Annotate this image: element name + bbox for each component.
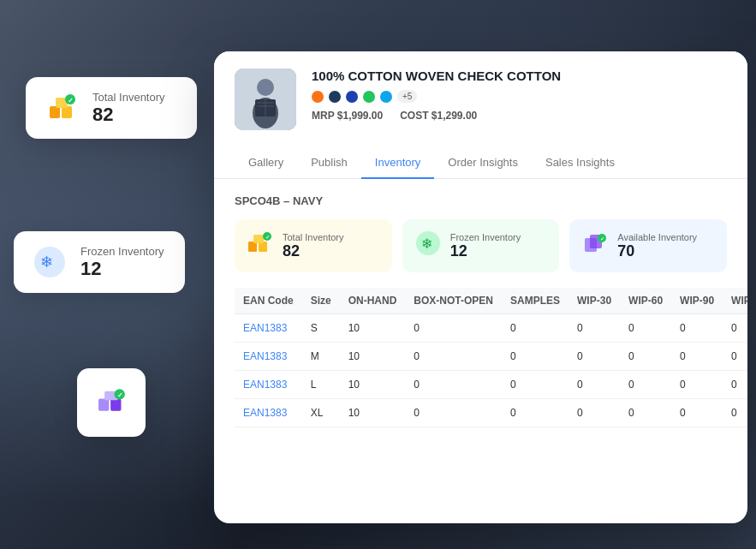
stat-frozen-inventory: ❄ Frozen Inventory 12 — [402, 219, 560, 272]
color-swatches: +5 — [312, 90, 727, 103]
on-hand-cell: 10 — [340, 314, 406, 343]
snowflake-icon: ❄ — [31, 243, 68, 281]
size-cell: M — [302, 343, 340, 371]
col-box-not-open: BOX-NOT-OPEN — [405, 288, 502, 314]
wip60-cell: 0 — [620, 399, 671, 427]
table-row: EAN1383 S 10 0 0 0 0 0 0 0 — [235, 314, 747, 343]
tab-bar: Gallery Publish Inventory Order Insights… — [214, 147, 747, 179]
svg-text:❄: ❄ — [421, 236, 432, 251]
wip90-cell: 0 — [671, 314, 723, 343]
stat-total-inventory: ✓ Total Inventory 82 — [235, 219, 392, 272]
stat-inventory-icon: ✓ — [247, 230, 274, 262]
ean-code-cell[interactable]: EAN1383 — [235, 371, 302, 399]
table-row: EAN1383 L 10 0 0 0 0 0 0 0 — [235, 371, 747, 399]
svg-rect-0 — [50, 106, 60, 118]
col-on-hand: ON-HAND — [340, 288, 406, 314]
svg-text:✓: ✓ — [117, 391, 123, 399]
wip60-cell: 0 — [620, 314, 671, 343]
box-float-card: ✓ — [77, 368, 146, 437]
on-hand-cell: 10 — [340, 371, 406, 399]
svg-point-13 — [257, 79, 274, 96]
col-wip120: WIP-120 — [723, 288, 747, 314]
box-icon: ✓ — [92, 384, 130, 421]
frozen-inventory-label: Frozen Inventory — [80, 245, 164, 258]
main-panel: 100% COTTON WOVEN CHECK COTTON +5 MRP $1… — [214, 51, 747, 523]
size-cell: L — [302, 371, 340, 399]
on-hand-cell: 10 — [340, 399, 406, 427]
total-inventory-value: 82 — [92, 104, 165, 126]
samples-cell: 0 — [502, 399, 568, 427]
samples-cell: 0 — [502, 371, 568, 399]
wip30-cell: 0 — [568, 399, 620, 427]
ean-code-cell[interactable]: EAN1383 — [235, 399, 302, 427]
svg-rect-7 — [98, 399, 109, 411]
svg-text:✓: ✓ — [265, 235, 270, 240]
wip30-cell: 0 — [568, 371, 620, 399]
stat-frozen-label: Frozen Inventory — [450, 232, 521, 242]
wip60-cell: 0 — [620, 343, 671, 371]
ean-code-cell[interactable]: EAN1383 — [235, 314, 302, 343]
color-dot-orange — [312, 91, 324, 103]
stat-total-label: Total Inventory — [283, 232, 344, 242]
svg-rect-1 — [62, 106, 72, 118]
total-inventory-label: Total Inventory — [92, 91, 165, 104]
total-inventory-float-card: ✓ Total Inventory 82 — [26, 77, 197, 139]
svg-text:❄: ❄ — [40, 254, 53, 271]
color-dot-green — [363, 91, 375, 103]
frozen-inventory-content: Frozen Inventory 12 — [80, 245, 164, 280]
product-header: 100% COTTON WOVEN CHECK COTTON +5 MRP $1… — [214, 51, 747, 147]
box-not-open-cell: 0 — [405, 343, 502, 371]
tab-inventory[interactable]: Inventory — [361, 147, 434, 179]
col-wip60: WIP-60 — [620, 288, 671, 314]
tab-gallery[interactable]: Gallery — [235, 147, 297, 179]
total-inventory-content: Total Inventory 82 — [92, 91, 165, 126]
samples-cell: 0 — [502, 343, 568, 371]
table-row: EAN1383 M 10 0 0 0 0 0 0 0 — [235, 343, 747, 371]
size-cell: S — [302, 314, 340, 343]
stats-row: ✓ Total Inventory 82 ❄ Frozen Invent — [235, 219, 727, 272]
stat-total-value: 82 — [283, 242, 344, 260]
wip30-cell: 0 — [568, 343, 620, 371]
wip120-cell: 0 — [723, 399, 747, 427]
table-row: EAN1383 XL 10 0 0 0 0 0 0 0 — [235, 399, 747, 427]
ean-code-cell[interactable]: EAN1383 — [235, 343, 302, 371]
stat-total-info: Total Inventory 82 — [283, 232, 344, 260]
color-dot-navy — [329, 91, 341, 103]
product-info: 100% COTTON WOVEN CHECK COTTON +5 MRP $1… — [312, 69, 727, 122]
col-samples: SAMPLES — [502, 288, 568, 314]
svg-rect-21 — [253, 235, 264, 243]
svg-rect-8 — [110, 399, 121, 411]
wip90-cell: 0 — [671, 399, 723, 427]
inventory-icon: ✓ — [43, 89, 80, 127]
color-dot-blue — [346, 91, 358, 103]
svg-text:✓: ✓ — [600, 236, 604, 242]
wip60-cell: 0 — [620, 371, 671, 399]
more-colors-badge: +5 — [397, 90, 417, 103]
inventory-table: EAN Code Size ON-HAND BOX-NOT-OPEN SAMPL… — [235, 288, 747, 427]
box-not-open-cell: 0 — [405, 399, 502, 427]
product-name: 100% COTTON WOVEN CHECK COTTON — [312, 69, 727, 83]
stat-available-icon: ✓ — [581, 230, 609, 262]
wip120-cell: 0 — [723, 371, 747, 399]
content-area: SPCO4B – NAVY ✓ Total Inventory 82 — [214, 179, 747, 523]
stat-frozen-value: 12 — [450, 242, 521, 260]
stat-frozen-icon: ❄ — [414, 230, 442, 262]
tab-sales-insights[interactable]: Sales Insights — [532, 147, 628, 179]
wip120-cell: 0 — [723, 314, 747, 343]
wip30-cell: 0 — [568, 314, 620, 343]
tab-publish[interactable]: Publish — [297, 147, 361, 179]
col-size: Size — [302, 288, 340, 314]
box-not-open-cell: 0 — [405, 314, 502, 343]
tab-order-insights[interactable]: Order Insights — [434, 147, 532, 179]
wip120-cell: 0 — [723, 343, 747, 371]
stat-available-label: Available Inventory — [617, 232, 697, 242]
samples-cell: 0 — [502, 314, 568, 343]
stat-available-info: Available Inventory 70 — [617, 232, 697, 260]
size-cell: XL — [302, 399, 340, 427]
stat-frozen-info: Frozen Inventory 12 — [450, 232, 521, 260]
on-hand-cell: 10 — [340, 343, 406, 371]
cost-label: COST $1,299.00 — [400, 110, 477, 122]
wip90-cell: 0 — [671, 343, 723, 371]
stat-available-inventory: ✓ Available Inventory 70 — [569, 219, 727, 272]
mrp-label: MRP $1,999.00 — [312, 110, 383, 122]
